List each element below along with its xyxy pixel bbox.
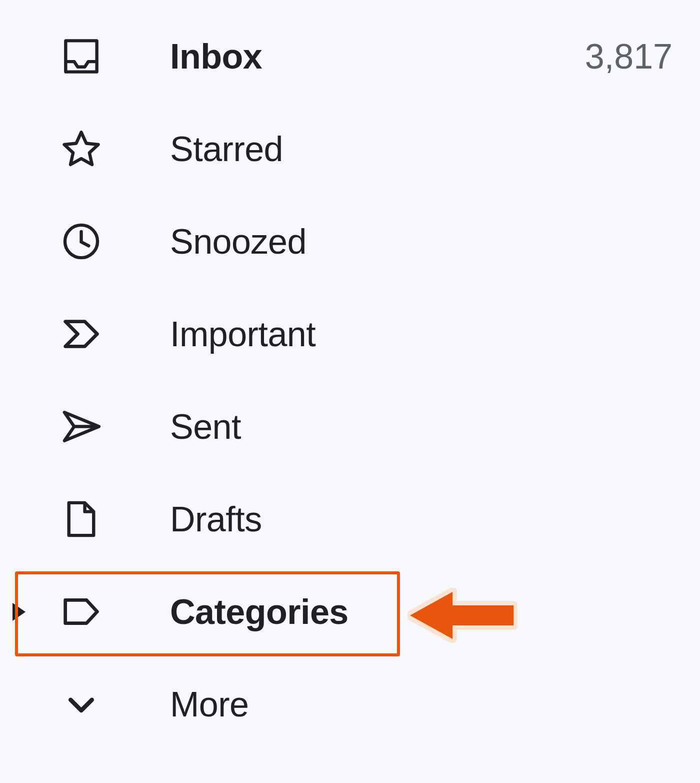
clock-icon bbox=[60, 220, 102, 263]
important-icon bbox=[60, 313, 102, 355]
sidebar-item-label: Drafts bbox=[170, 499, 700, 539]
sidebar-item-drafts[interactable]: Drafts bbox=[0, 473, 700, 565]
inbox-icon bbox=[60, 35, 102, 78]
sidebar-item-count: 3,817 bbox=[585, 37, 700, 77]
sidebar-item-label: Inbox bbox=[170, 37, 585, 77]
sidebar-item-snoozed[interactable]: Snoozed bbox=[0, 195, 700, 288]
sidebar-item-more[interactable]: More bbox=[0, 658, 700, 750]
sidebar-item-sent[interactable]: Sent bbox=[0, 380, 700, 473]
star-icon bbox=[60, 128, 102, 170]
sidebar-item-important[interactable]: Important bbox=[0, 288, 700, 380]
sidebar-item-inbox[interactable]: Inbox 3,817 bbox=[0, 10, 700, 103]
draft-icon bbox=[60, 498, 102, 540]
sidebar-item-categories[interactable]: Categories bbox=[0, 565, 700, 658]
send-icon bbox=[60, 405, 102, 448]
sidebar-item-label: Sent bbox=[170, 407, 700, 447]
sidebar-item-label: Categories bbox=[170, 592, 700, 632]
sidebar-item-starred[interactable]: Starred bbox=[0, 103, 700, 195]
sidebar-item-label: Starred bbox=[170, 129, 700, 169]
label-icon bbox=[60, 590, 102, 633]
mail-sidebar: Inbox 3,817 Starred Snoozed Important bbox=[0, 0, 700, 750]
chevron-down-icon bbox=[60, 683, 102, 725]
sidebar-item-label: Important bbox=[170, 314, 700, 354]
expand-caret-icon[interactable] bbox=[12, 603, 26, 621]
sidebar-item-label: More bbox=[170, 684, 700, 724]
sidebar-item-label: Snoozed bbox=[170, 222, 700, 262]
